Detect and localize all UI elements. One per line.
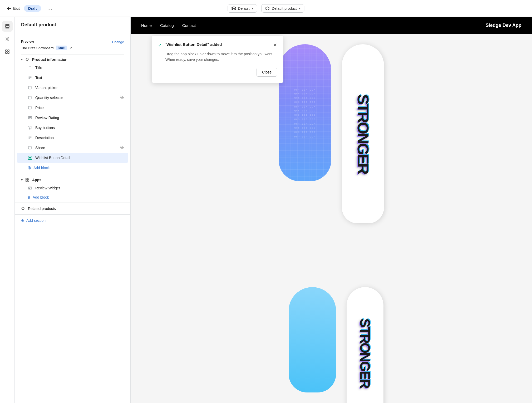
notification-close-btn[interactable]: Close (257, 68, 277, 77)
svg-rect-32 (28, 178, 29, 180)
globe-label: Default (238, 6, 249, 11)
draft-badge: Draft (24, 5, 41, 12)
svg-rect-5 (6, 28, 9, 28)
sections-icon (5, 24, 10, 29)
sidebar-divider4 (15, 203, 130, 203)
price-icon (27, 105, 33, 110)
svg-rect-7 (6, 50, 7, 51)
block-quantity-label: Quantity selector (35, 96, 63, 100)
svg-rect-28 (29, 146, 32, 149)
eye-off-icon (120, 95, 124, 100)
main-layout: Default product Preview Change The Draft… (0, 17, 532, 403)
preview-label: Preview (21, 40, 34, 43)
notification-close-button[interactable]: ✕ (273, 42, 277, 48)
buy-buttons-icon (27, 125, 33, 130)
svg-rect-9 (6, 52, 7, 53)
product-information-label: Product information (32, 57, 67, 62)
related-products-section[interactable]: Related products (15, 204, 130, 213)
block-variant-picker[interactable]: Variant picker (15, 83, 130, 93)
nav-links: Home Catalog Contact (141, 23, 196, 28)
block-price-label: Price (35, 106, 44, 110)
block-variant-label: Variant picker (35, 86, 58, 90)
sections-icon-btn[interactable] (2, 21, 13, 32)
external-link-icon[interactable]: ↗ (69, 46, 72, 50)
block-price[interactable]: Price (15, 103, 130, 113)
share-eye-off-icon (120, 145, 124, 150)
add-section-button[interactable]: ⊕ Add section (15, 216, 130, 225)
collapse-icon: ▾ (21, 58, 23, 61)
apps-label: Apps (32, 178, 41, 182)
review-rating-icon (27, 115, 33, 120)
notification-body: Drag the app block up or down to move it… (158, 51, 277, 62)
add-section-label: Add section (26, 218, 46, 223)
snowboard-left: ggs ggs ggsggs ggs ggsggs ggs ggsggs ggs… (279, 44, 331, 181)
svg-point-24 (31, 129, 31, 129)
notification-footer: Close (158, 68, 277, 77)
block-quantity-selector[interactable]: Quantity selector (15, 93, 130, 103)
apps-header[interactable]: ▾ Apps (15, 175, 130, 183)
svg-rect-4 (6, 26, 9, 27)
block-share[interactable]: Share (15, 143, 130, 153)
nav-contact[interactable]: Contact (182, 23, 196, 28)
apps-plus-icon: ⊕ (27, 195, 31, 199)
apps-icon-btn[interactable] (2, 46, 13, 57)
related-products-label: Related products (28, 207, 56, 211)
top-bar: Exit Draft ... Default ▾ Default product… (0, 0, 532, 17)
svg-rect-17 (29, 96, 32, 99)
icon-bar (0, 17, 15, 403)
block-review-widget[interactable]: Review Widget (15, 183, 130, 193)
wishlist-icon (27, 155, 33, 160)
product-dropdown[interactable]: Default product ▾ (262, 4, 304, 13)
svg-rect-20 (28, 117, 32, 119)
related-products-icon (21, 207, 25, 211)
chevron-down-icon: ▾ (252, 7, 253, 10)
block-text[interactable]: Text (15, 73, 130, 83)
more-options-button[interactable]: ... (45, 4, 55, 12)
settings-icon-btn[interactable] (2, 34, 13, 44)
sidebar: Default product Preview Change The Draft… (15, 17, 131, 403)
sidebar-header: Default product (15, 17, 130, 35)
default-dropdown[interactable]: Default ▾ (228, 4, 257, 13)
svg-rect-35 (28, 187, 32, 189)
svg-point-23 (29, 129, 30, 129)
store-nav: Home Catalog Contact Sledge Dev App (131, 17, 532, 34)
svg-point-6 (7, 38, 8, 40)
preview-area: Home Catalog Contact Sledge Dev App ggs … (131, 17, 532, 403)
product-information-header[interactable]: ▾ Product information (15, 55, 130, 63)
apps-grid-icon (5, 49, 10, 54)
block-wishlist-button-detail[interactable]: Wishlist Button Detail (17, 153, 128, 163)
block-title[interactable]: Title (15, 63, 130, 73)
preview-product-name: The Draft Snowboard (21, 46, 54, 50)
block-share-label: Share (35, 146, 45, 150)
notification-popup: ✓ "Wishlist Button Detail" added ✕ Drag … (152, 36, 283, 83)
change-link[interactable]: Change (112, 40, 124, 44)
section-tag-icon (25, 57, 29, 62)
svg-rect-19 (29, 106, 32, 109)
block-review-rating[interactable]: Review Rating (15, 113, 130, 123)
add-block-button-apps[interactable]: ⊕ Add block (15, 193, 130, 202)
snowboard-text: STRONGER (355, 94, 371, 173)
notification-header: ✓ "Wishlist Button Detail" added ✕ (158, 42, 277, 48)
block-review-widget-label: Review Widget (35, 186, 60, 190)
block-text-label: Text (35, 76, 42, 80)
share-icon (27, 145, 33, 150)
add-block-button-product[interactable]: ⊕ Add block (15, 163, 130, 173)
svg-rect-34 (28, 180, 29, 181)
apps-add-block-label: Add block (33, 195, 49, 199)
product-icon (265, 6, 270, 11)
success-check-icon: ✓ (158, 42, 162, 48)
svg-rect-31 (26, 178, 27, 180)
block-description-label: Description (35, 136, 54, 140)
globe-icon (231, 6, 236, 11)
gear-icon (5, 37, 10, 41)
nav-home[interactable]: Home (141, 23, 152, 28)
svg-rect-8 (8, 50, 9, 51)
nav-catalog[interactable]: Catalog (160, 23, 174, 28)
block-wishlist-label: Wishlist Button Detail (35, 156, 70, 160)
quantity-icon (27, 95, 33, 100)
add-section-plus-icon: ⊕ (21, 218, 24, 223)
exit-button[interactable]: Exit (6, 6, 20, 11)
exit-icon (6, 6, 11, 11)
block-buy-buttons[interactable]: Buy buttons (15, 123, 130, 133)
block-description[interactable]: Description (15, 133, 130, 143)
